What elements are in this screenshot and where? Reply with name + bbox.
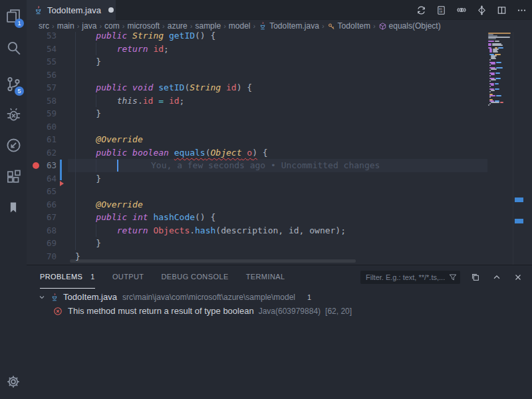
- git-change-bar[interactable]: [60, 160, 62, 180]
- problem-position: [62, 20]: [325, 307, 352, 316]
- explorer-icon[interactable]: 1: [0, 4, 27, 28]
- more-actions-icon[interactable]: [517, 5, 527, 15]
- code-line-64[interactable]: }: [70, 172, 487, 186]
- search-icon[interactable]: [0, 36, 27, 60]
- code-editor[interactable]: 535455565758596061626364656667686970 You…: [27, 32, 532, 265]
- line-number-55[interactable]: 55: [27, 55, 57, 68]
- code-line-55[interactable]: }: [70, 55, 487, 68]
- overview-ruler[interactable]: [513, 32, 532, 265]
- code-line-68[interactable]: return Objects.hash(description, id, own…: [70, 224, 487, 237]
- minimap-line: [488, 45, 491, 46]
- breadcrumb-item-sample[interactable]: sample: [195, 21, 221, 31]
- maximize-panel-chevron-up-icon[interactable]: [492, 273, 501, 282]
- code-line-58[interactable]: this.id = id;: [70, 94, 487, 108]
- breadcrumb-item-main[interactable]: main: [57, 21, 74, 31]
- line-number-61[interactable]: 61: [27, 133, 57, 146]
- line-number-66[interactable]: 66: [27, 198, 57, 211]
- indent-guide: [96, 43, 96, 56]
- indent-guide: [75, 159, 76, 172]
- modified-indicator-dot[interactable]: [108, 7, 114, 13]
- panel-tab-output[interactable]: OUTPUT: [112, 265, 144, 289]
- breadcrumb-separator: ›: [223, 22, 226, 30]
- minimap-line: [491, 84, 494, 86]
- code-line-57[interactable]: public void setID(String id) {: [70, 81, 487, 94]
- overview-change-marker: [515, 219, 523, 223]
- code-line-56[interactable]: [70, 68, 487, 82]
- live-share-icon[interactable]: [0, 133, 27, 157]
- code-line-60[interactable]: [70, 120, 487, 134]
- panel-tab-terminal[interactable]: TERMINAL: [246, 265, 285, 289]
- duplicate-panel-icon[interactable]: [471, 273, 480, 282]
- code-line-62[interactable]: public boolean equals(Object o) {: [70, 146, 487, 160]
- line-number-54[interactable]: 54: [27, 43, 57, 56]
- filter-funnel-icon[interactable]: [448, 273, 458, 282]
- minimap-line: [489, 91, 491, 92]
- code-line-69[interactable]: }: [70, 237, 487, 250]
- line-number-70[interactable]: 70: [27, 250, 57, 263]
- line-number-62[interactable]: 62: [27, 146, 57, 160]
- close-panel-icon[interactable]: [513, 273, 523, 282]
- tab-title: TodoItem.java: [47, 5, 101, 15]
- breadcrumb-item-com[interactable]: com: [104, 21, 120, 31]
- line-number-58[interactable]: 58: [27, 94, 57, 108]
- code-line-63[interactable]: [70, 159, 487, 172]
- indent-guide: [75, 211, 76, 224]
- horizontal-scrollbar[interactable]: [70, 259, 356, 263]
- breadcrumb-item-todoitem-java[interactable]: TodoItem.java: [258, 21, 319, 31]
- minimap[interactable]: [487, 32, 513, 265]
- toggle-blame-eye-icon[interactable]: [456, 5, 467, 15]
- breadcrumb-item-azure[interactable]: azure: [168, 21, 188, 31]
- compare-revision-icon[interactable]: [477, 5, 487, 15]
- code-line-59[interactable]: }: [70, 107, 487, 120]
- panel-tab-debug-console[interactable]: DEBUG CONSOLE: [162, 265, 229, 289]
- line-number-65[interactable]: 65: [27, 185, 57, 198]
- tab-todoitem-java[interactable]: TodoItem.java: [27, 0, 116, 20]
- source-control-badge: 5: [15, 86, 24, 96]
- extensions-icon[interactable]: [0, 165, 27, 189]
- problem-row[interactable]: This method must return a result of type…: [27, 304, 352, 318]
- problems-filter-input[interactable]: [360, 271, 460, 284]
- breadcrumb-item-microsoft[interactable]: microsoft: [127, 21, 160, 31]
- line-number-60[interactable]: 60: [27, 120, 57, 134]
- code-line-53[interactable]: public String getID() {: [70, 32, 487, 43]
- breadcrumb-item-java[interactable]: java: [82, 21, 96, 31]
- problems-filter: [360, 271, 460, 284]
- breadcrumb-item-equals-object-[interactable]: equals(Object): [378, 21, 441, 31]
- line-number-57[interactable]: 57: [27, 81, 57, 94]
- minimap-line: [495, 83, 499, 84]
- panel-tab-problems[interactable]: PROBLEMS1: [40, 265, 95, 289]
- debug-icon[interactable]: [0, 102, 27, 126]
- settings-gear-icon[interactable]: [0, 370, 27, 394]
- breadcrumb-item-todoitem[interactable]: TodoItem: [327, 21, 370, 31]
- line-number-69[interactable]: 69: [27, 237, 57, 250]
- split-editor-icon[interactable]: [497, 5, 507, 15]
- binary-file-view-icon[interactable]: 01 10: [436, 5, 446, 15]
- line-number-59[interactable]: 59: [27, 107, 57, 120]
- breadcrumb-item-src[interactable]: src: [39, 21, 49, 31]
- indent-guide: [75, 68, 76, 82]
- indent-guide: [75, 133, 76, 146]
- breadcrumb-item-model[interactable]: model: [229, 21, 251, 31]
- line-number-56[interactable]: 56: [27, 68, 57, 82]
- source-control-icon[interactable]: 5: [0, 72, 27, 96]
- code-line-54[interactable]: return id;: [70, 43, 487, 56]
- problems-file-count: 1: [307, 293, 311, 301]
- line-number-64[interactable]: 64: [27, 172, 57, 186]
- chevron-down-icon[interactable]: [38, 293, 46, 301]
- line-number-53[interactable]: 53: [27, 32, 57, 43]
- code-line-61[interactable]: @Override: [70, 133, 487, 146]
- code-content[interactable]: You, a few seconds ago • Uncommitted cha…: [70, 32, 487, 265]
- synchronize-changes-icon[interactable]: [416, 5, 426, 15]
- code-line-67[interactable]: public int hashCode() {: [70, 211, 487, 224]
- class-icon: [327, 22, 336, 31]
- code-line-65[interactable]: [70, 185, 487, 198]
- line-number-63[interactable]: 63: [27, 159, 57, 172]
- indent-guide: [96, 224, 96, 237]
- bookmarks-icon[interactable]: [0, 196, 27, 219]
- line-number-68[interactable]: 68: [27, 224, 57, 237]
- code-line-66[interactable]: @Override: [70, 198, 487, 211]
- git-deleted-marker[interactable]: [60, 181, 64, 186]
- problems-file-group[interactable]: TodoItem.java src\main\java\com\microsof…: [27, 290, 311, 304]
- indent-guide: [75, 43, 76, 56]
- line-number-67[interactable]: 67: [27, 211, 57, 224]
